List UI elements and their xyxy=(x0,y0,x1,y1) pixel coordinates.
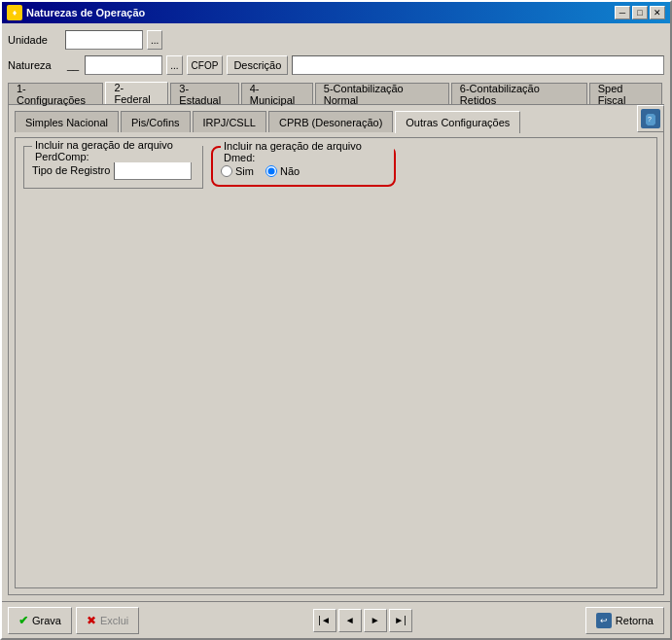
nav-last-button[interactable]: ►| xyxy=(389,609,412,632)
tab-contabilizacao-normal[interactable]: 5-Contabilização Normal xyxy=(315,83,449,104)
grava-button[interactable]: ✔ Grava xyxy=(8,607,72,634)
dmed-radio-row: Sim Não xyxy=(221,161,386,177)
sub-tab-pis-cofins[interactable]: Pis/Cofins xyxy=(121,111,191,132)
dmed-sim-label[interactable]: Sim xyxy=(221,165,254,177)
title-bar: ♦ Naturezas de Operação ─ □ ✕ xyxy=(2,2,670,23)
natureza-dash: __ xyxy=(67,59,79,71)
toolbar-center: |◄ ◄ ► ►| xyxy=(313,609,412,632)
dmed-sim-radio[interactable] xyxy=(221,165,232,177)
main-window: ♦ Naturezas de Operação ─ □ ✕ Unidade ..… xyxy=(0,0,672,640)
sub-tabs: Simples Nacional Pis/Cofins IRPJ/CSLL CP… xyxy=(15,111,657,133)
dmed-groupbox: Incluir na geração de arquivo Dmed: Sim … xyxy=(211,146,396,187)
tab-federal[interactable]: 2-Federal xyxy=(105,82,168,104)
sub-tab-simples-nacional[interactable]: Simples Nacional xyxy=(15,111,119,132)
close-button[interactable]: ✕ xyxy=(650,6,665,19)
dmed-nao-label[interactable]: Não xyxy=(265,165,300,177)
cfop-button[interactable]: CFOP xyxy=(187,55,224,75)
main-tab-panel: Simples Nacional Pis/Cofins IRPJ/CSLL CP… xyxy=(8,104,664,595)
sub-tab-outras-configuracoes[interactable]: Outras Configurações xyxy=(395,111,520,133)
main-tabs: 1-Configurações 2-Federal 3-Estadual 4-M… xyxy=(8,82,664,104)
sub-tab-cprb[interactable]: CPRB (Desoneração) xyxy=(268,111,393,132)
tipo-registro-row: Tipo de Registro xyxy=(32,160,195,180)
unidade-input[interactable] xyxy=(65,30,143,50)
nav-prev-button[interactable]: ◄ xyxy=(338,609,362,632)
descricao-button[interactable]: Descrição xyxy=(227,55,288,75)
tab-configuracoes[interactable]: 1-Configurações xyxy=(8,83,103,104)
exclui-icon: ✖ xyxy=(87,614,96,627)
nav-first-button[interactable]: |◄ xyxy=(313,609,336,632)
tab-estadual[interactable]: 3-Estadual xyxy=(170,83,238,104)
svg-text:?: ? xyxy=(648,116,652,123)
help-button[interactable]: ? xyxy=(637,105,664,132)
tab-contabilizacao-retidos[interactable]: 6-Contabilização Retidos xyxy=(451,83,587,104)
toolbar-left: ✔ Grava ✖ Exclui xyxy=(8,607,139,634)
window-title: Naturezas de Operação xyxy=(26,7,145,18)
perdcomp-legend: Incluir na geração de arquivo PerdComp: xyxy=(32,139,202,162)
exclui-button[interactable]: ✖ Exclui xyxy=(76,607,139,634)
dmed-nao-radio[interactable] xyxy=(265,165,277,177)
grava-icon: ✔ xyxy=(18,614,28,627)
tab-municipal[interactable]: 4-Municipal xyxy=(241,83,313,104)
natureza-label: Natureza xyxy=(8,59,61,71)
window-icon: ♦ xyxy=(7,5,22,20)
natureza-input[interactable] xyxy=(85,55,162,75)
window-content: Unidade ... Natureza __ ... CFOP Descriç… xyxy=(2,23,670,601)
sub-tab-irpj-csll[interactable]: IRPJ/CSLL xyxy=(193,111,266,132)
dmed-legend: Incluir na geração de arquivo Dmed: xyxy=(221,140,394,163)
perdcomp-groupbox: Incluir na geração de arquivo PerdComp: … xyxy=(23,146,203,189)
tipo-registro-label: Tipo de Registro xyxy=(32,164,110,176)
descricao-input[interactable] xyxy=(292,55,664,75)
bottom-toolbar: ✔ Grava ✖ Exclui |◄ ◄ ► ►| ↩ Retorna xyxy=(2,601,670,638)
natureza-browse-button[interactable]: ... xyxy=(166,55,182,75)
unidade-browse-button[interactable]: ... xyxy=(147,30,162,50)
title-bar-left: ♦ Naturezas de Operação xyxy=(7,5,145,20)
retorna-button[interactable]: ↩ Retorna xyxy=(585,607,664,634)
unidade-row: Unidade ... xyxy=(8,29,664,51)
maximize-button[interactable]: □ xyxy=(632,6,648,19)
title-bar-buttons: ─ □ ✕ xyxy=(615,6,665,19)
natureza-row: Natureza __ ... CFOP Descrição xyxy=(8,54,664,76)
unidade-label: Unidade xyxy=(8,34,61,46)
tab-sped-fiscal[interactable]: Sped Fiscal xyxy=(589,83,662,104)
minimize-button[interactable]: ─ xyxy=(615,6,630,19)
sub-panel: Incluir na geração de arquivo PerdComp: … xyxy=(15,137,657,588)
nav-next-button[interactable]: ► xyxy=(364,609,387,632)
tipo-registro-input[interactable] xyxy=(114,160,192,180)
retorna-icon: ↩ xyxy=(596,613,612,628)
